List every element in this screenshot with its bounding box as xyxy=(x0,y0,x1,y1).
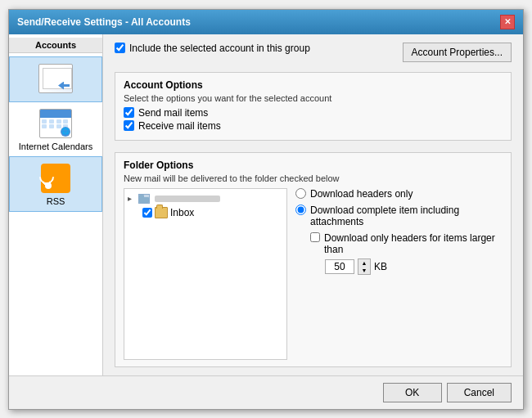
right-options: Download headers only Download complete … xyxy=(295,188,503,360)
tree-inbox-row: Inbox xyxy=(128,205,283,220)
sidebar-item-outlook[interactable] xyxy=(9,56,102,102)
size-spinner: ▲ ▼ xyxy=(358,258,371,275)
inbox-checkbox[interactable] xyxy=(142,208,152,218)
title-bar: Send/Receive Settings - All Accounts ✕ xyxy=(9,10,523,34)
outlook-account-icon xyxy=(36,62,75,95)
cancel-button[interactable]: Cancel xyxy=(447,383,512,402)
sidebar-item-internet-calendars[interactable]: 🌐 Internet Calendars xyxy=(9,102,102,156)
sidebar-item-label-calendar: Internet Calendars xyxy=(19,142,93,151)
folder-main: ▸ Inbox xyxy=(124,188,503,360)
sidebar: Accounts xyxy=(9,34,103,375)
svg-rect-1 xyxy=(139,195,144,198)
calendar-icon: 🌐 xyxy=(36,107,75,140)
download-headers-larger-checkbox[interactable] xyxy=(310,232,320,242)
include-account-checkbox[interactable] xyxy=(115,43,125,53)
title-bar-buttons: ✕ xyxy=(500,15,515,29)
size-unit-label: KB xyxy=(374,261,387,272)
account-options-section: Account Options Select the options you w… xyxy=(115,72,512,141)
sidebar-header: Accounts xyxy=(9,38,102,53)
download-headers-only-radio[interactable] xyxy=(295,188,306,199)
size-input[interactable]: 50 xyxy=(325,259,354,274)
send-mail-label: Send mail items xyxy=(138,107,208,119)
tree-expand-icon[interactable]: ▸ xyxy=(128,194,136,203)
account-options-title: Account Options xyxy=(124,79,503,91)
account-options-subtitle: Select the options you want for the sele… xyxy=(124,93,503,103)
inbox-folder-icon xyxy=(155,207,168,218)
ok-button[interactable]: OK xyxy=(383,383,442,402)
receive-mail-row: Receive mail items xyxy=(124,120,503,132)
send-mail-checkbox[interactable] xyxy=(124,107,134,118)
size-decrement-button[interactable]: ▼ xyxy=(358,267,370,274)
sidebar-item-rss[interactable]: RSS xyxy=(9,156,102,212)
include-checkbox-row: Include the selected account in this gro… xyxy=(115,43,310,54)
folder-tree[interactable]: ▸ Inbox xyxy=(124,188,287,360)
account-properties-button[interactable]: Account Properties... xyxy=(403,43,512,62)
folder-options-subtitle: New mail will be delivered to the folder… xyxy=(124,173,503,183)
dialog-footer: OK Cancel xyxy=(9,375,523,409)
download-complete-label: Download complete item including attachm… xyxy=(310,205,503,227)
main-content: Include the selected account in this gro… xyxy=(103,34,523,375)
size-increment-button[interactable]: ▲ xyxy=(358,259,370,267)
folder-options-section: Folder Options New mail will be delivere… xyxy=(115,152,512,367)
receive-mail-label: Receive mail items xyxy=(138,120,221,132)
download-complete-radio[interactable] xyxy=(295,205,306,215)
rss-icon xyxy=(36,162,75,195)
download-complete-row: Download complete item including attachm… xyxy=(295,205,503,227)
size-row: 50 ▲ ▼ KB xyxy=(310,258,503,275)
tree-root-row: ▸ xyxy=(128,192,283,205)
outlook-arrow-icon xyxy=(58,82,70,90)
send-mail-row: Send mail items xyxy=(124,107,503,119)
download-headers-only-row: Download headers only xyxy=(295,188,503,200)
section-top: Include the selected account in this gro… xyxy=(115,43,512,62)
include-account-label: Include the selected account in this gro… xyxy=(129,43,310,54)
folder-options-title: Folder Options xyxy=(124,160,503,171)
dialog-window: Send/Receive Settings - All Accounts ✕ A… xyxy=(8,9,524,410)
dialog-title: Send/Receive Settings - All Accounts xyxy=(17,16,191,28)
receive-mail-checkbox[interactable] xyxy=(124,120,134,131)
download-headers-larger-label: Download only headers for items larger t… xyxy=(324,232,503,255)
close-button[interactable]: ✕ xyxy=(500,15,515,29)
inbox-label: Inbox xyxy=(170,207,194,218)
svg-rect-0 xyxy=(139,197,149,203)
sidebar-item-label-rss: RSS xyxy=(47,196,65,206)
download-headers-only-label: Download headers only xyxy=(310,188,413,200)
dialog-body: Accounts xyxy=(9,34,523,375)
tree-root-icon xyxy=(138,194,150,204)
download-headers-larger-section: Download only headers for items larger t… xyxy=(295,232,503,275)
download-headers-larger-row: Download only headers for items larger t… xyxy=(310,232,503,255)
tree-root-label-placeholder xyxy=(155,196,220,202)
